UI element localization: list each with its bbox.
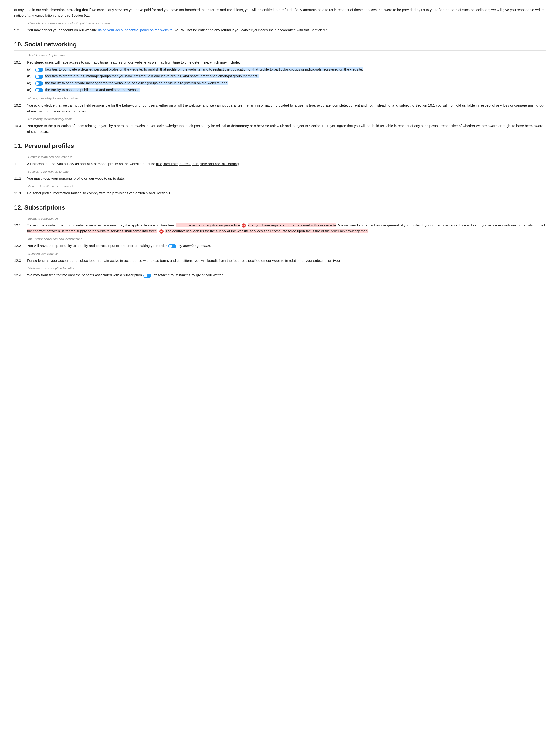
clause-num-111: 11.1 [14,161,27,167]
toggle-a-switch[interactable] [35,68,43,72]
clause-124-before: We may from time to time vary the benefi… [27,273,143,277]
toggle-b[interactable] [35,74,44,79]
clause-113: 11.3 Personal profile information must a… [14,190,546,196]
intro-paragraph: at any time in our sole discretion, prov… [14,7,546,18]
clause-num-121: 12.1 [14,223,27,234]
toggle-d[interactable] [35,88,44,92]
toggle-124-switch[interactable] [143,274,151,278]
sub-clause-letter-b: (b) [27,73,35,79]
sub-clause-b-highlight: facilities to create groups, manage grou… [45,74,258,78]
sub-clause-letter-d: (d) [27,87,35,93]
clause-121-text4: . [369,229,370,233]
clause-num-92: 9.2 [14,27,27,33]
sub-clause-c: (c) the facility to send private message… [27,80,546,86]
clause-text-103: You agree to the publication of posts re… [27,123,546,135]
clause-124: 12.4 We may from time to time vary the b… [14,272,546,278]
clause-num-101: 10.1 [14,59,27,94]
section-10-heading: 10. Social networking [14,39,546,50]
clause-121-highlight4: The contract between us for the supply o… [165,229,369,233]
clause-111-after: . [239,162,240,166]
clause-112: 11.2 You must keep your personal profile… [14,176,546,181]
clause-num-112: 11.2 [14,176,27,181]
clause-text-124: We may from time to time vary the benefi… [27,272,546,278]
toggle-c-switch[interactable] [35,82,43,86]
sub-clause-list-101: (a) facilities to complete a detailed pe… [27,66,546,93]
section-11-num: 11. [14,142,23,149]
clause-text-101: Registered users will have access to suc… [27,59,546,94]
toggle-124[interactable] [143,273,152,278]
clause-121-highlight1: during the account registration procedur… [175,223,240,227]
toggle-b-switch[interactable] [35,75,43,79]
toggle-122-switch[interactable] [168,244,176,248]
sub-clause-a-highlight: facilities to complete a detailed person… [45,67,363,71]
section-12-label: Subscriptions [24,204,65,211]
sublabel-92: Cancellation of website account with pai… [28,21,546,26]
clause-122-after: by [178,244,183,248]
clause-124-italic-text: describe circumstances [154,273,190,277]
clause-num-124: 12.4 [14,272,27,278]
clause-92-text2: . You will not be entitled to any refund… [172,28,329,32]
clause-111-highlight: true, accurate, current, complete and no… [156,162,239,166]
toggle-a[interactable] [35,67,44,72]
clause-101-intro: Registered users will have access to suc… [27,60,240,64]
clause-121: 12.1 To become a subscriber to our websi… [14,223,546,234]
clause-121-highlight3: the contract between us for the supply o… [27,229,157,233]
toggle-d-switch[interactable] [35,88,43,93]
clause-101: 10.1 Registered users will have access t… [14,59,546,94]
sublabel-113: Personal profile as user content [28,184,546,189]
clause-num-113: 11.3 [14,190,27,196]
sublabel-111: Profile information accurate etc [28,155,546,160]
clause-num-123: 12.3 [14,258,27,264]
clause-121-highlight2: after you have registered for an account… [248,223,336,227]
sublabel-no-resp: No responsibility for user behaviour [28,96,546,101]
sub-clause-c-highlight: the facility to send private messages vi… [45,81,228,85]
clause-103: 10.3 You agree to the publication of pos… [14,123,546,135]
clause-121-text3: . [157,229,159,233]
clause-123: 12.3 For so long as your account and sub… [14,258,546,264]
clause-111-before: All information that you supply as part … [27,162,156,166]
section-12-num: 12. [14,204,23,211]
clause-92-text1: You may cancel your account on our websi… [27,28,98,32]
clause-122-italic: describe process [183,244,209,248]
section-11-label: Personal profiles [24,142,74,149]
error-badge-2: or [159,229,163,234]
clause-124-italic: describe circumstances [154,273,190,277]
sub-clause-text-c: the facility to send private messages vi… [35,80,546,86]
sub-clause-d-highlight: the facility to post and publish text an… [45,88,140,92]
clause-122: 12.2 You will have the opportunity to id… [14,243,546,249]
clause-92: 9.2 You may cancel your account on our w… [14,27,546,33]
sub-clause-letter-a: (a) [27,66,35,72]
clause-text-123: For so long as your account and subscrip… [27,258,546,264]
sub-clause-d: (d) the facility to post and publish tex… [27,87,546,93]
clause-num-103: 10.3 [14,123,27,135]
clause-122-before: You will have the opportunity to identif… [27,244,168,248]
clause-92-link[interactable]: using your account control panel on the … [98,28,172,32]
toggle-c[interactable] [35,81,44,86]
clause-text-92: You may cancel your account on our websi… [27,27,546,33]
section-10-label: Social networking [24,41,77,48]
error-badge-1: or [242,224,246,228]
sub-clause-a: (a) facilities to complete a detailed pe… [27,66,546,72]
sub-clause-letter-c: (c) [27,80,35,86]
clause-text-111: All information that you supply as part … [27,161,546,167]
section-10-num: 10. [14,41,23,48]
clause-text-121: To become a subscriber to our website se… [27,223,546,234]
sublabel-123: Subscription benefits [28,251,546,256]
toggle-122[interactable] [168,244,177,248]
clause-102: 10.2 You acknowledge that we cannot be h… [14,103,546,114]
clause-text-112: You must keep your personal profile on o… [27,176,546,181]
clause-121-text2: . We will send you an acknowledgement of… [336,223,545,227]
sub-clause-text-b: facilities to create groups, manage grou… [35,73,546,79]
sublabel-112: Profiles to be kept up to date [28,169,546,174]
clause-num-102: 10.2 [14,103,27,114]
sublabel-122: Input error correction and identificatio… [28,237,546,242]
clause-121-badge1: or [240,223,248,227]
sub-clause-b: (b) facilities to create groups, manage … [27,73,546,79]
clause-124-after: by giving you written [191,273,224,277]
clause-121-before: To become a subscriber to our website se… [27,223,175,227]
clause-text-102: You acknowledge that we cannot be held r… [27,103,546,114]
clause-text-113: Personal profile information must also c… [27,190,546,196]
sublabel-121: Initiating subscription [28,216,546,221]
clause-122-end: . [210,244,211,248]
sub-clause-text-d: the facility to post and publish text an… [35,87,546,93]
